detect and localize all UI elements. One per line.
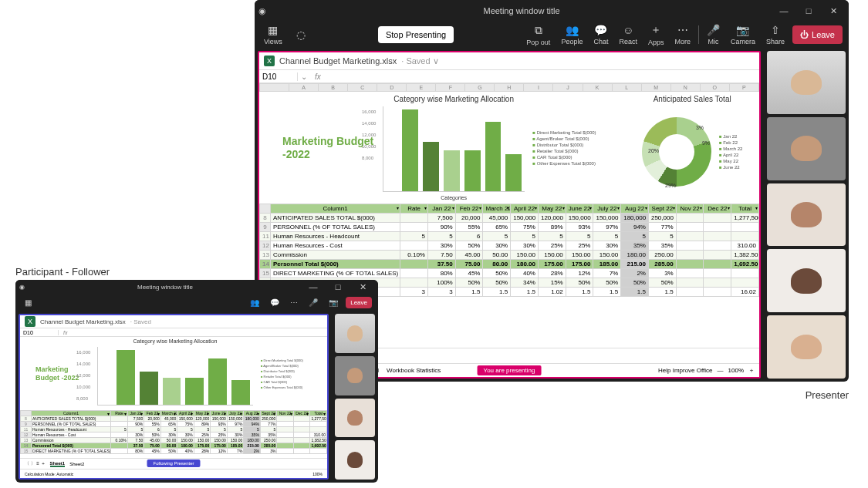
participants-sidebar: Krystal MckinneyDaniela ManderaBabak Sha…: [764, 48, 849, 382]
window-title: Meeting window title: [270, 6, 773, 15]
share-button[interactable]: ⇧Share: [763, 22, 788, 47]
namebox-dropdown[interactable]: ⌄: [298, 72, 310, 81]
participant-tile[interactable]: Babak Shammas: [767, 183, 846, 247]
fx-label: fx: [310, 72, 326, 81]
loading-icon: ◌: [293, 27, 309, 42]
participant-tile[interactable]: Krystal Mckinney: [767, 51, 846, 114]
bar-chart-bars: [383, 106, 525, 192]
people-button[interactable]: 👥People: [558, 22, 586, 47]
formula-bar[interactable]: D10 ⌄ fx: [259, 69, 759, 83]
titlebar: ◉ Meeting window title —□✕: [15, 280, 378, 294]
apps-button[interactable]: ＋Apps: [645, 22, 667, 48]
name-box[interactable]: D10: [259, 72, 298, 81]
participant-tile[interactable]: Babak Shammas: [335, 399, 375, 438]
shared-content-small: XChannel Budget Marketing.xlsx · Saved D…: [19, 314, 329, 480]
chat-button[interactable]: 💬Chat: [590, 22, 611, 47]
presenting-badge: You are presenting: [478, 365, 542, 375]
participant-label: Participant - Follower: [15, 266, 110, 278]
stop-presenting-button[interactable]: Stop Presenting: [378, 26, 454, 43]
popout-button[interactable]: ⧉Pop out: [523, 22, 553, 48]
minimize-button[interactable]: —: [773, 3, 795, 19]
participant-tile[interactable]: Reta Taylor: [767, 249, 846, 312]
bar-chart-legend-small: Direct Marketing Total $(000)Agent/Broke…: [261, 338, 323, 409]
sheet-title: Marketing Budget -2022: [282, 95, 375, 200]
participant-tile[interactable]: Daniela Mandera: [767, 117, 846, 180]
bar-chart[interactable]: Category wise Marketing Allocation Categ…: [383, 95, 525, 200]
following-badge[interactable]: Following Presenter: [147, 459, 200, 467]
follower-window: ◉ Meeting window title —□✕ ▦ 👥 💬 ⋯ 🎤 📷 L…: [15, 280, 378, 483]
excel-icon: X: [264, 56, 275, 66]
column-headers[interactable]: ABCDEFGHIJKLMNOP: [260, 84, 759, 92]
more-button[interactable]: ⋯More: [671, 22, 694, 47]
react-button[interactable]: ☺React: [616, 22, 640, 47]
presenter-label: Presenter: [806, 389, 849, 401]
file-bar: X Channel Budget Marketing.xlsx · Saved …: [259, 52, 759, 69]
participant-tile[interactable]: Reta Taylor: [335, 440, 375, 480]
participant-tile[interactable]: Serena Davis: [767, 315, 846, 379]
app-icon: ◉: [255, 6, 270, 16]
views-button[interactable]: ▦Views: [261, 22, 285, 47]
maximize-button[interactable]: □: [798, 3, 819, 19]
titlebar: ◉ Meeting window title — □ ✕: [255, 0, 849, 22]
file-name: Channel Budget Marketing.xlsx: [279, 56, 397, 66]
bar-chart-legend: Direct Marketing Total $(000)Agent/Broke…: [532, 95, 625, 200]
camera-button[interactable]: 📷Camera: [728, 22, 758, 47]
data-table-small: Column1▾Rate▾Jan 22▾Feb 22▾March 22▾Apri…: [20, 410, 327, 454]
donut-chart[interactable]: Anticipated Sales Total 20% 29% 9% 3% Ja…: [633, 95, 751, 200]
close-button[interactable]: ✕: [822, 3, 844, 19]
participants-sidebar-small: Krystal MckinneyDaniela ManderaBabak Sha…: [332, 311, 378, 483]
donut-legend: Jan 22Feb 22March 22April 22May 22June 2…: [719, 134, 742, 170]
participant-tile[interactable]: Krystal Mckinney: [335, 314, 375, 353]
leave-button[interactable]: ⏻Leave: [792, 25, 843, 44]
donut: 20% 29% 9% 3%: [642, 117, 711, 187]
mic-button[interactable]: 🎤Mic: [704, 22, 723, 47]
participant-tile[interactable]: Daniela Mandera: [335, 356, 375, 395]
meeting-toolbar: ▦Views ◌ Stop Presenting ⧉Pop out 👥Peopl…: [255, 22, 849, 48]
